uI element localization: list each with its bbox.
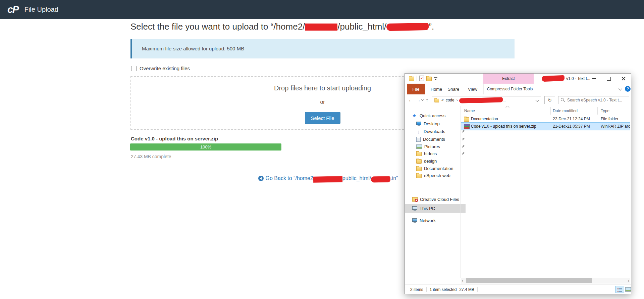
search-placeholder: Search eSpeech v1.0 - Text t...: [567, 98, 622, 102]
explorer-window: Extract v1.0 - Text t... File Home Share…: [405, 73, 631, 294]
properties-icon[interactable]: [419, 76, 424, 81]
scroll-right-icon[interactable]: ›: [628, 279, 629, 283]
overwrite-checkbox-label: Overwrite existing files: [140, 66, 190, 71]
chevron-down-icon[interactable]: [618, 87, 622, 90]
address-dropdown-icon[interactable]: [535, 98, 539, 102]
go-back-link[interactable]: Go Back to “/home2public_html/.in”: [258, 175, 398, 181]
address-bar-row: ← → ↑ « code › .. ↻ Search eSpeech v1.0 …: [405, 94, 631, 106]
toolbar-divider: [440, 76, 440, 81]
file-name: Code v1.0 - upload this on server.zip: [471, 124, 536, 129]
minimize-button[interactable]: [587, 74, 601, 84]
breadcrumb-prefix: «: [441, 98, 444, 102]
sidebar-item-label: Desktop: [424, 121, 440, 126]
sort-ascending-icon: [505, 106, 509, 110]
search-icon: [561, 98, 565, 102]
address-bar[interactable]: « code › ..: [432, 96, 541, 104]
go-back-text-1: Go Back to “/home2: [266, 175, 313, 181]
redaction-address-scribble: [459, 97, 503, 103]
folder-icon: [416, 167, 422, 171]
folder-icon: [434, 98, 439, 102]
close-button[interactable]: [616, 74, 631, 84]
selected-size: 27.4 MB: [459, 287, 474, 292]
status-divider: [426, 287, 427, 292]
sidebar-item-label: This PC: [420, 206, 435, 211]
redaction-domain-scribble-2: [371, 176, 390, 182]
sidebar-item-label: htdocs: [424, 151, 437, 156]
redaction-domain-scribble: [386, 23, 429, 31]
go-back-text-2: public_html/: [342, 175, 371, 181]
tab-compressed-folder-tools[interactable]: Compressed Folder Tools: [483, 84, 536, 94]
tab-home[interactable]: Home: [428, 84, 445, 94]
customize-toolbar-dropdown-icon[interactable]: [434, 77, 437, 81]
column-header-name[interactable]: Name: [464, 109, 475, 113]
status-divider: [477, 287, 478, 292]
sidebar-item-this-pc[interactable]: This PC: [405, 204, 466, 213]
file-date-modified: 21-Dec-21 05:37 PM: [553, 124, 590, 129]
column-divider[interactable]: [550, 107, 551, 115]
folder-icon: [464, 117, 469, 122]
folder-icon: [416, 152, 422, 156]
sidebar-item-label: Documentation: [424, 166, 453, 171]
large-icons-view-button[interactable]: [625, 287, 631, 292]
network-icon: [412, 218, 417, 223]
file-list: Name Date modified Type Documentation 22…: [461, 106, 630, 278]
search-input[interactable]: Search eSpeech v1.0 - Text t...: [558, 96, 629, 104]
refresh-button[interactable]: ↻: [544, 96, 555, 104]
file-type: WinRAR ZIP arch: [601, 124, 630, 129]
winrar-zip-icon: [464, 124, 470, 129]
navigation-pane: ★ Quick access Desktop ↓ Downloads Docum…: [405, 106, 461, 278]
folder-icon[interactable]: [409, 77, 414, 81]
overwrite-checkbox[interactable]: [131, 66, 137, 71]
column-header-date-modified[interactable]: Date modified: [553, 109, 578, 113]
details-view-icon: [618, 288, 622, 292]
column-header-type[interactable]: Type: [601, 109, 609, 113]
upload-progress-bar: 100%: [130, 143, 281, 151]
file-row-documentation[interactable]: Documentation 22-Dec-21 12:24 PM File fo…: [461, 115, 630, 123]
upload-heading-text-2: /public_html/: [337, 22, 386, 32]
page-title: File Upload: [24, 6, 58, 13]
forward-nav-icon[interactable]: →: [416, 97, 421, 103]
file-row-code-zip[interactable]: Code v1.0 - upload this on server.zip 21…: [461, 123, 630, 130]
sidebar-item-label: design: [424, 159, 437, 164]
select-file-button[interactable]: Select File: [305, 112, 340, 124]
sidebar-item-quick-access[interactable]: ★ Quick access: [405, 112, 468, 119]
column-divider[interactable]: [597, 107, 598, 115]
sidebar-item-label: Creative Cloud Files: [420, 197, 459, 202]
redaction-username-2: [313, 176, 342, 183]
creative-cloud-icon: [412, 197, 418, 202]
upload-filename: Code v1.0 - upload this on server.zip: [131, 136, 218, 141]
quick-access-toolbar: [409, 76, 440, 81]
quick-access-star-icon: ★: [412, 113, 417, 118]
up-nav-icon[interactable]: ↑: [426, 97, 428, 103]
recent-locations-icon[interactable]: [421, 98, 424, 101]
details-view-button[interactable]: [615, 286, 624, 293]
tab-file[interactable]: File: [407, 84, 425, 94]
redaction-username: [305, 24, 337, 31]
sidebar-item-network[interactable]: Network: [405, 217, 468, 224]
maximize-button[interactable]: [601, 74, 616, 84]
info-banner-text: Maximum file size allowed for upload: 50…: [132, 39, 515, 58]
cpanel-header: cP File Upload: [0, 0, 644, 19]
scrollbar-thumb[interactable]: [466, 278, 592, 283]
horizontal-scrollbar[interactable]: ‹ ›: [461, 278, 630, 284]
sidebar-item-label: eSpeech web: [424, 173, 450, 178]
tab-share[interactable]: Share: [445, 84, 462, 94]
tab-view[interactable]: View: [464, 84, 481, 94]
upload-heading-text-1: Select the file you want to upload to “/…: [130, 22, 305, 32]
back-nav-icon[interactable]: ←: [408, 97, 414, 103]
breadcrumb-folder[interactable]: code: [446, 98, 454, 102]
upload-complete-text: 27.43 MB complete: [131, 154, 171, 159]
sidebar-item-label: Pictures: [424, 144, 440, 149]
info-banner: Maximum file size allowed for upload: 50…: [130, 39, 515, 58]
maximize-icon: [607, 77, 611, 81]
scroll-left-icon[interactable]: ‹: [462, 279, 463, 283]
sidebar-item-creative-cloud-files[interactable]: Creative Cloud Files: [405, 196, 468, 203]
extract-ribbon-group[interactable]: Extract: [483, 74, 534, 84]
selected-count: 1 item selected: [430, 287, 457, 292]
back-arrow-icon: [258, 176, 264, 181]
close-icon: [622, 77, 626, 81]
help-button[interactable]: ?: [625, 86, 631, 92]
sidebar-item-label: Downloads: [424, 129, 445, 134]
new-folder-icon[interactable]: [426, 77, 432, 81]
sidebar-item-label: Quick access: [420, 113, 445, 118]
